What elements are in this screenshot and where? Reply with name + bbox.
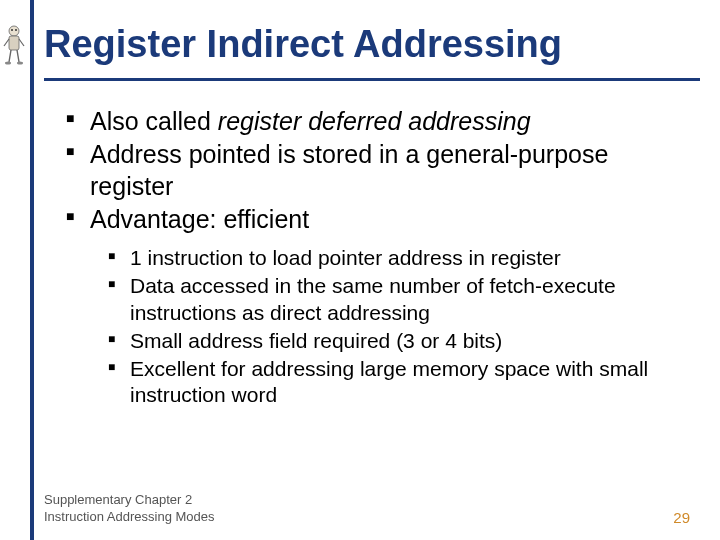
- sub-bullet-list: 1 instruction to load pointer address in…: [90, 245, 690, 409]
- main-bullet-list: Also called register deferred addressing…: [44, 106, 690, 235]
- svg-rect-3: [9, 36, 19, 50]
- bullet-item: Address pointed is stored in a general-p…: [44, 139, 690, 202]
- svg-line-5: [19, 39, 24, 46]
- title-underline: [44, 78, 700, 81]
- page-number: 29: [673, 509, 690, 526]
- svg-line-6: [9, 50, 11, 62]
- sub-bullet-text: Small address field required (3 or 4 bit…: [130, 329, 502, 352]
- page-title: Register Indirect Addressing: [44, 24, 700, 74]
- footer-left: Supplementary Chapter 2 Instruction Addr…: [44, 492, 215, 526]
- bullet-text: Advantage: efficient: [90, 205, 309, 233]
- bullet-item: Advantage: efficient: [44, 204, 690, 235]
- robot-icon: [0, 24, 28, 66]
- sub-bullet-item: 1 instruction to load pointer address in…: [90, 245, 690, 271]
- footer-line2: Instruction Addressing Modes: [44, 509, 215, 526]
- sub-bullet-text: 1 instruction to load pointer address in…: [130, 246, 561, 269]
- content-area: Also called register deferred addressing…: [44, 106, 690, 411]
- svg-point-9: [17, 62, 23, 65]
- sub-bullet-item: Data accessed in the same number of fetc…: [90, 273, 690, 326]
- footer-line1: Supplementary Chapter 2: [44, 492, 215, 509]
- title-block: Register Indirect Addressing: [44, 24, 700, 81]
- svg-point-2: [15, 29, 17, 31]
- svg-line-4: [4, 39, 9, 46]
- svg-point-0: [9, 26, 19, 36]
- svg-line-7: [17, 50, 19, 62]
- bullet-text-italic: register deferred addressing: [218, 107, 531, 135]
- slide: Register Indirect Addressing Also called…: [0, 0, 720, 540]
- left-rail: [30, 0, 34, 540]
- sub-bullet-item: Small address field required (3 or 4 bit…: [90, 328, 690, 354]
- bullet-text-prefix: Also called: [90, 107, 218, 135]
- footer: Supplementary Chapter 2 Instruction Addr…: [44, 492, 690, 526]
- sub-bullet-text: Data accessed in the same number of fetc…: [130, 274, 616, 323]
- sub-bullet-item: Excellent for addressing large memory sp…: [90, 356, 690, 409]
- svg-point-8: [5, 62, 11, 65]
- bullet-text: Address pointed is stored in a general-p…: [90, 140, 608, 199]
- bullet-item: Also called register deferred addressing: [44, 106, 690, 137]
- svg-point-1: [11, 29, 13, 31]
- sub-bullet-text: Excellent for addressing large memory sp…: [130, 357, 648, 406]
